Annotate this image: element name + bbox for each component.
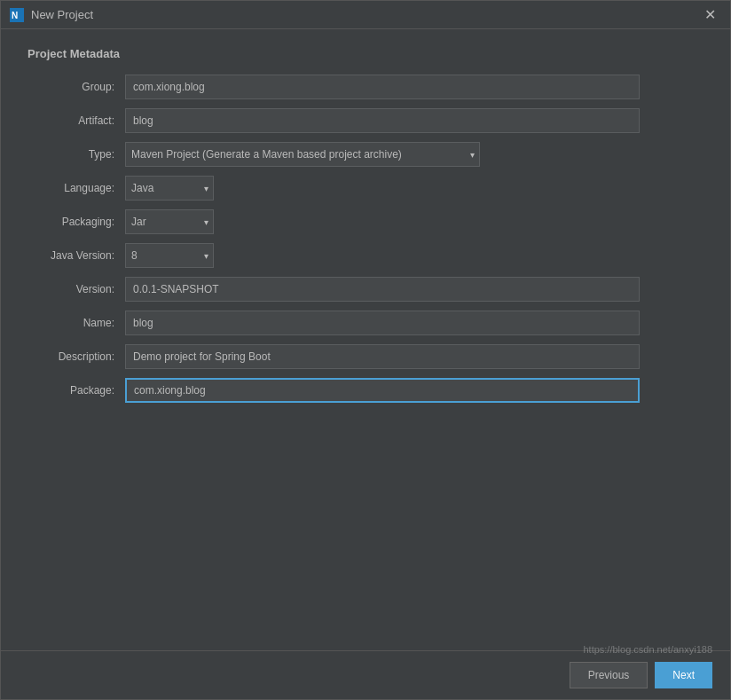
app-icon: N: [10, 8, 24, 22]
java-version-row: Java Version: 8 11 17: [28, 243, 703, 268]
footer: Previous Next: [1, 650, 730, 699]
section-title: Project Metadata: [28, 47, 703, 60]
type-label: Type:: [28, 148, 125, 161]
next-button[interactable]: Next: [655, 662, 712, 688]
title-bar-left: N New Project: [10, 8, 93, 22]
language-label: Language:: [28, 182, 125, 194]
svg-text:N: N: [12, 11, 18, 20]
package-row: Package:: [28, 378, 703, 403]
language-row: Language: Java Kotlin Groovy: [28, 176, 703, 201]
previous-button[interactable]: Previous: [570, 662, 648, 688]
artifact-row: Artifact:: [28, 108, 703, 133]
description-label: Description:: [28, 350, 125, 363]
package-label: Package:: [28, 384, 125, 397]
version-label: Version:: [28, 283, 125, 295]
type-select-wrapper: Maven Project (Generate a Maven based pr…: [125, 142, 480, 167]
title-bar: N New Project ✕: [1, 1, 730, 29]
description-row: Description:: [28, 344, 703, 369]
packaging-select-wrapper: Jar War: [125, 209, 214, 234]
name-row: Name:: [28, 311, 703, 335]
packaging-label: Packaging:: [28, 216, 125, 228]
group-input[interactable]: [125, 75, 640, 99]
new-project-window: N New Project ✕ Project Metadata Group: …: [0, 0, 731, 700]
watermark: https://blog.csdn.net/anxyi188: [583, 644, 712, 655]
form-content: Project Metadata Group: Artifact: Type: …: [1, 29, 730, 650]
close-button[interactable]: ✕: [699, 6, 721, 24]
packaging-row: Packaging: Jar War: [28, 209, 703, 234]
artifact-input[interactable]: [125, 108, 640, 133]
type-row: Type: Maven Project (Generate a Maven ba…: [28, 142, 703, 167]
java-version-select-wrapper: 8 11 17: [125, 243, 214, 268]
java-version-label: Java Version:: [28, 249, 125, 262]
description-input[interactable]: [125, 344, 640, 369]
name-input[interactable]: [125, 311, 640, 335]
language-select-wrapper: Java Kotlin Groovy: [125, 176, 214, 201]
name-label: Name:: [28, 317, 125, 329]
language-select[interactable]: Java Kotlin Groovy: [125, 176, 214, 201]
group-label: Group:: [28, 81, 125, 93]
version-row: Version:: [28, 277, 703, 302]
version-input[interactable]: [125, 277, 640, 302]
java-version-select[interactable]: 8 11 17: [125, 243, 214, 268]
type-select[interactable]: Maven Project (Generate a Maven based pr…: [125, 142, 480, 167]
packaging-select[interactable]: Jar War: [125, 209, 214, 234]
artifact-label: Artifact:: [28, 114, 125, 127]
package-input[interactable]: [125, 378, 640, 403]
window-title: New Project: [31, 8, 93, 21]
group-row: Group:: [28, 75, 703, 99]
